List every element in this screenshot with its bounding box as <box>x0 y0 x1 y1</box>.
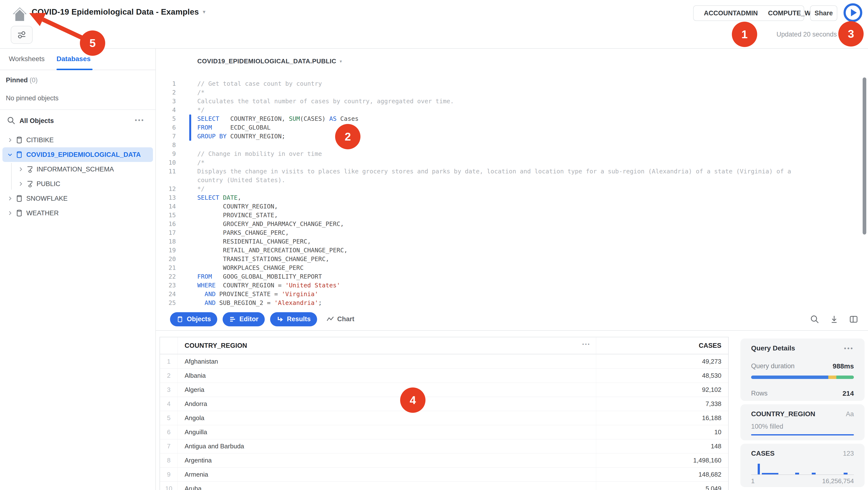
cell-country-region[interactable]: Andorra <box>178 397 596 411</box>
code-line: FROM GOOG_GLOBAL_MOBILITY_REPORT <box>197 272 791 281</box>
toggle-results[interactable]: Results <box>270 312 317 326</box>
download-icon[interactable] <box>830 315 839 324</box>
code-line: RESIDENTIAL_CHANGE_PERC, <box>197 237 791 246</box>
chevron-right-icon[interactable] <box>6 196 13 201</box>
chevron-right-icon[interactable] <box>17 181 24 187</box>
split-panel-icon[interactable] <box>849 315 858 324</box>
current-role: ACCOUNTADMIN <box>704 9 758 17</box>
table-row[interactable]: 1Afghanistan49,273 <box>160 354 728 368</box>
toggle-objects[interactable]: Objects <box>170 312 217 326</box>
sidebar-item-weather[interactable]: WEATHER <box>2 206 153 220</box>
sidebar-item-snowflake[interactable]: SNOWFLAKE <box>2 191 153 206</box>
search-results-icon[interactable] <box>810 315 819 324</box>
histogram-bar <box>774 473 778 474</box>
page-title: COVID-19 Epidemiological Data - Examples <box>32 7 199 17</box>
current-warehouse: COMPUTE_WH <box>768 9 815 17</box>
cell-country-region[interactable]: Armenia <box>178 468 596 482</box>
share-button[interactable]: Share <box>810 5 837 21</box>
code-line: // Get total case count by country <box>197 80 791 88</box>
code-line: SELECT COUNTRY_REGION, SUM(CASES) AS Cas… <box>197 115 791 123</box>
toggle-chart[interactable]: Chart <box>327 315 354 323</box>
chevron-right-icon[interactable] <box>6 137 13 143</box>
chevron-right-icon[interactable] <box>6 210 13 216</box>
chevron-right-icon[interactable] <box>17 166 24 172</box>
code-line: WORKPLACES_CHANGE_PERC <box>197 264 791 272</box>
cell-cases[interactable]: 92,102 <box>596 383 729 397</box>
cell-country-region[interactable]: Antigua and Barbuda <box>178 439 596 453</box>
database-icon <box>15 136 23 144</box>
table-row[interactable]: 10Aruba5,049 <box>160 482 728 490</box>
fill-bar <box>751 434 854 435</box>
context-database-selector[interactable]: COVID19_EPIDEMIOLOGICAL_DATA.PUBLIC ▾ <box>197 58 342 65</box>
cell-cases[interactable]: 49,273 <box>596 354 729 368</box>
chevron-down-icon[interactable] <box>6 152 13 157</box>
table-row[interactable]: 9Armenia148,682 <box>160 467 728 482</box>
objects-more-menu[interactable]: ••• <box>135 117 145 123</box>
row-number: 5 <box>160 414 178 422</box>
cell-country-region[interactable]: Anguilla <box>178 425 596 439</box>
cell-country-region[interactable]: Angola <box>178 411 596 425</box>
cell-country-region[interactable]: Algeria <box>178 383 596 397</box>
column-header-country-region[interactable]: COUNTRY_REGION ••• <box>178 337 596 354</box>
table-row[interactable]: 7Antigua and Barbuda148 <box>160 439 728 453</box>
code-line: PARKS_CHANGE_PERC, <box>197 228 791 237</box>
results-toolbar-icons <box>810 308 858 330</box>
code-line: */ <box>197 106 791 115</box>
query-details-more-menu[interactable]: ••• <box>844 345 854 352</box>
column-more-menu[interactable]: ••• <box>582 342 591 347</box>
cell-country-region[interactable]: Albania <box>178 369 596 382</box>
cell-cases[interactable]: 5,049 <box>596 482 729 490</box>
tab-worksheets[interactable]: Worksheets <box>9 55 44 63</box>
table-row[interactable]: 8Argentina1,498,160 <box>160 453 728 467</box>
histogram-bar <box>795 473 799 474</box>
row-number: 4 <box>160 400 178 408</box>
worksheet-filters-button[interactable] <box>11 26 33 44</box>
annotation-circle-2: 2 <box>335 124 361 149</box>
editor-label: Editor <box>239 315 258 323</box>
cases-histogram <box>751 459 854 475</box>
database-icon <box>176 316 184 323</box>
cell-country-region[interactable]: Aruba <box>178 482 596 490</box>
table-row[interactable]: 6Anguilla10 <box>160 425 728 439</box>
object-search-row[interactable]: All Objects ••• <box>0 110 155 132</box>
cell-cases[interactable]: 1,498,160 <box>596 454 729 467</box>
current-statement-indicator <box>189 115 191 141</box>
row-number: 2 <box>160 372 178 379</box>
sidebar-item-public[interactable]: PUBLIC <box>2 177 153 191</box>
cell-cases[interactable]: 16,188 <box>596 411 729 425</box>
cell-cases[interactable]: 48,530 <box>596 369 729 382</box>
search-icon <box>7 116 16 126</box>
sidebar-item-citibike[interactable]: CITIBIKE <box>2 133 153 147</box>
code-line: COUNTRY_REGION, <box>197 202 791 211</box>
cell-cases[interactable]: 7,338 <box>596 397 729 411</box>
histogram-bar <box>812 473 816 474</box>
sidebar-item-information_schema[interactable]: INFORMATION_SCHEMA <box>2 162 153 177</box>
code-line: SELECT DATE, <box>197 193 791 202</box>
table-row[interactable]: 2Albania48,530 <box>160 368 728 382</box>
editor-scrollbar[interactable] <box>863 78 866 235</box>
home-icon[interactable] <box>11 6 28 23</box>
code-area[interactable]: // Get total case count by country/*Calc… <box>197 80 791 307</box>
column-header-cases[interactable]: CASES <box>596 337 729 354</box>
cell-cases[interactable]: 148 <box>596 439 729 453</box>
table-row[interactable]: 3Algeria92,102 <box>160 382 728 397</box>
rows-value: 214 <box>842 390 854 397</box>
role-warehouse-selector[interactable]: ACCOUNTADMIN COMPUTE_WH <box>693 5 804 21</box>
cell-cases[interactable]: 148,682 <box>596 468 729 482</box>
run-button[interactable] <box>843 2 863 23</box>
sliders-icon <box>17 30 27 40</box>
chart-label: Chart <box>337 315 354 323</box>
toggle-editor[interactable]: Editor <box>223 312 265 326</box>
cell-country-region[interactable]: Afghanistan <box>178 354 596 368</box>
worksheet-title-dropdown[interactable]: COVID-19 Epidemiological Data - Examples… <box>32 7 206 17</box>
cell-country-region[interactable]: Argentina <box>178 454 596 467</box>
results-panel: COUNTRY_REGION ••• CASES 1Afghanistan49,… <box>156 331 740 490</box>
tree-indent-guide <box>11 163 12 190</box>
sidebar-item-covid19_epidemiological_data[interactable]: COVID19_EPIDEMIOLOGICAL_DATA <box>2 147 153 162</box>
table-row[interactable]: 4Andorra7,338 <box>160 397 728 411</box>
code-line: Displays the change in visits to places … <box>197 167 791 176</box>
cell-cases[interactable]: 10 <box>596 425 729 439</box>
table-row[interactable]: 5Angola16,188 <box>160 411 728 425</box>
code-line: AND PROVINCE_STATE = 'Virginia' <box>197 290 791 299</box>
tab-databases[interactable]: Databases <box>57 55 91 63</box>
